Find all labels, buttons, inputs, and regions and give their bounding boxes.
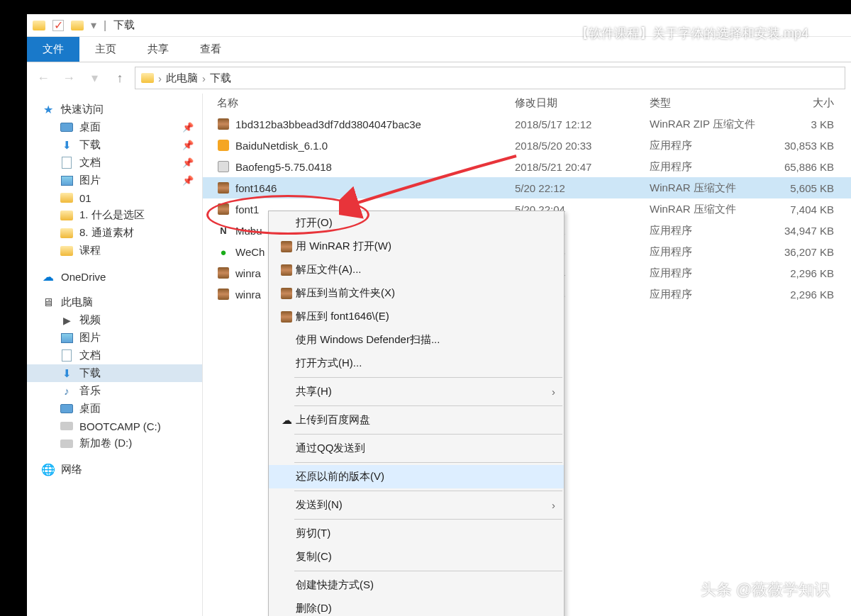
ctx-delete[interactable]: 删除(D): [269, 597, 564, 616]
sidebar-downloads[interactable]: ⬇下载📌: [27, 136, 202, 154]
archive-icon: [217, 203, 230, 215]
nav-up-button[interactable]: ↑: [109, 67, 130, 89]
app-icon: N: [217, 224, 230, 237]
folder-icon: [60, 227, 74, 240]
folder-icon: [60, 191, 74, 204]
ctx-share[interactable]: 共享(H)›: [269, 380, 564, 403]
sidebar-network[interactable]: 🌐网络: [27, 461, 202, 478]
folder-icon: [60, 245, 74, 257]
sidebar-drive-c[interactable]: BOOTCAMP (C:): [27, 418, 202, 435]
sidebar-desktop[interactable]: 桌面: [27, 400, 202, 418]
sidebar-folder[interactable]: 课程: [27, 242, 202, 259]
ctx-restore-version[interactable]: 还原以前的版本(V): [269, 465, 564, 488]
window-title: 下载: [113, 18, 135, 32]
ctx-open-with[interactable]: 打开方式(H)...: [269, 352, 564, 375]
ctx-send-to[interactable]: 发送到(N)›: [269, 493, 564, 517]
picture-icon: [60, 174, 74, 187]
ctx-create-shortcut[interactable]: 创建快捷方式(S): [269, 573, 564, 597]
chevron-right-icon: ›: [552, 386, 555, 398]
breadcrumb-segment[interactable]: 此电脑: [166, 72, 198, 85]
sidebar: ★快速访问 桌面📌 ⬇下载📌 文档📌 图片📌 01 1. 什么是选区 8. 通道…: [27, 94, 203, 616]
file-row[interactable]: Baofeng5-5.75.0418 2018/5/21 20:47应用程序65…: [203, 156, 851, 177]
sidebar-downloads[interactable]: ⬇下载: [27, 364, 202, 382]
breadcrumb-segment[interactable]: 下载: [210, 72, 231, 85]
sidebar-desktop[interactable]: 桌面📌: [27, 118, 202, 136]
sidebar-pictures[interactable]: 图片: [27, 329, 202, 347]
app-icon: ●: [217, 245, 230, 258]
ctx-open-winrar[interactable]: 用 WinRAR 打开(W): [269, 235, 564, 258]
file-row[interactable]: BaiduNetdisk_6.1.0 2018/5/20 20:33应用程序30…: [203, 135, 851, 156]
sidebar-videos[interactable]: ▶视频: [27, 311, 202, 329]
context-menu: 打开(O) 用 WinRAR 打开(W) 解压文件(A)... 解压到当前文件夹…: [268, 211, 564, 616]
music-icon: ♪: [60, 385, 74, 398]
ctx-extract-to[interactable]: 解压到 font1646\(E): [269, 305, 564, 328]
breadcrumb[interactable]: › 此电脑 › 下载: [135, 67, 845, 89]
ctx-extract-files[interactable]: 解压文件(A)...: [269, 258, 564, 281]
ctx-copy[interactable]: 复制(C): [269, 545, 564, 569]
sidebar-folder[interactable]: 8. 通道素材: [27, 224, 202, 242]
qat-button[interactable]: ✓: [52, 20, 64, 31]
app-icon: [217, 288, 230, 301]
separator: |: [104, 19, 106, 32]
sidebar-music[interactable]: ♪音乐: [27, 382, 202, 400]
folder-icon: [33, 19, 45, 32]
file-row[interactable]: 1bd312ba3bbead3df7dd3804047bac3e 2018/5/…: [203, 113, 851, 135]
nav-recent-icon[interactable]: ▾: [84, 67, 105, 89]
ctx-cut[interactable]: 剪切(T): [269, 522, 564, 545]
cloud-icon: ☁: [277, 414, 296, 427]
app-icon: [217, 139, 230, 152]
picture-icon: [60, 332, 74, 345]
sidebar-quick-access[interactable]: ★快速访问: [27, 101, 202, 118]
sidebar-drive-d[interactable]: 新加卷 (D:): [27, 435, 202, 452]
separator: [294, 571, 562, 571]
nav-forward-button[interactable]: →: [58, 67, 79, 89]
download-icon: ⬇: [60, 367, 74, 380]
winrar-icon: [277, 311, 296, 323]
ctx-upload-baidu[interactable]: ☁上传到百度网盘: [269, 408, 564, 432]
tab-view[interactable]: 查看: [184, 37, 237, 62]
explorer-window: ✓ ▾ | 下载 文件 主页 共享 查看 ← → ▾ ↑ › 此电脑 › 下载 …: [27, 14, 851, 616]
col-size[interactable]: 大小: [770, 96, 834, 110]
download-icon: ⬇: [60, 139, 74, 152]
pin-icon: 📌: [182, 122, 194, 133]
pin-icon: 📌: [182, 175, 194, 186]
chevron-right-icon: ›: [202, 72, 206, 84]
ctx-extract-here[interactable]: 解压到当前文件夹(X): [269, 281, 564, 305]
sidebar-folder[interactable]: 01: [27, 189, 202, 206]
winrar-icon: [277, 241, 296, 252]
sidebar-documents[interactable]: 文档📌: [27, 154, 202, 172]
tab-file[interactable]: 文件: [27, 37, 79, 62]
folder-icon: [141, 73, 154, 83]
folder-icon: [60, 209, 74, 222]
tab-share[interactable]: 共享: [132, 37, 184, 62]
qat-dropdown-icon[interactable]: ▾: [91, 18, 96, 32]
chevron-right-icon: ›: [552, 499, 555, 511]
tab-home[interactable]: 主页: [79, 37, 132, 62]
separator: [294, 491, 562, 491]
winrar-icon: [277, 264, 296, 276]
separator: [294, 377, 562, 378]
ctx-send-qq[interactable]: 通过QQ发送到: [269, 437, 564, 460]
col-type[interactable]: 类型: [650, 96, 770, 110]
sidebar-onedrive[interactable]: ☁OneDrive: [27, 268, 202, 285]
sidebar-documents[interactable]: 文档: [27, 347, 202, 364]
file-row[interactable]: font1646 5/20 22:12WinRAR 压缩文件5,605 KB: [203, 177, 851, 198]
sidebar-folder[interactable]: 1. 什么是选区: [27, 206, 202, 224]
ctx-open[interactable]: 打开(O): [269, 211, 564, 235]
app-icon: [217, 267, 230, 279]
desktop-icon: [60, 121, 74, 134]
pin-icon: 📌: [182, 140, 194, 150]
column-headers[interactable]: 名称 修改日期 类型 大小: [203, 94, 851, 113]
archive-icon: [217, 181, 230, 194]
ctx-defender-scan[interactable]: 使用 Windows Defender扫描...: [269, 328, 564, 352]
sidebar-pictures[interactable]: 图片📌: [27, 172, 202, 189]
col-name[interactable]: 名称: [217, 96, 515, 110]
drive-icon: [60, 420, 74, 432]
separator: [294, 462, 562, 463]
app-icon: [217, 160, 230, 173]
folder-icon: [71, 19, 84, 32]
col-date[interactable]: 修改日期: [515, 96, 650, 110]
sidebar-this-pc[interactable]: 🖥此电脑: [27, 293, 202, 311]
nav-back-button[interactable]: ←: [33, 67, 54, 89]
document-icon: [60, 157, 74, 169]
